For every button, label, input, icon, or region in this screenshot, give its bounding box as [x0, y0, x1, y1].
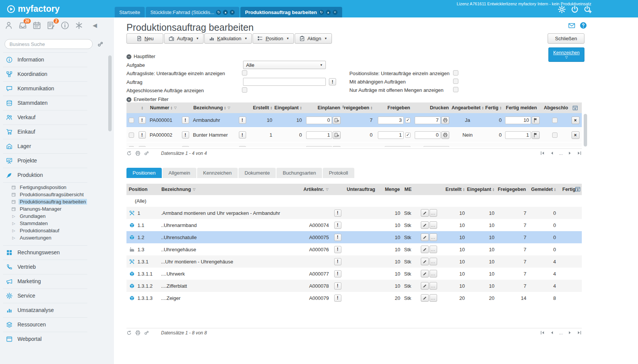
- more-options-button[interactable]: ...: [430, 270, 437, 277]
- positions-col-me[interactable]: ME: [402, 184, 417, 195]
- filter-checkbox-nur-aufträge-mit-offenen-mengen-anzeigen[interactable]: [453, 87, 458, 92]
- einplanen-button[interactable]: [333, 131, 341, 139]
- logout-power-icon[interactable]: [571, 5, 579, 13]
- sidebar-page-fertigungsdisposition[interactable]: Fertigungsdisposition: [0, 184, 109, 191]
- orders-col-config[interactable]: [568, 102, 582, 113]
- tab-refresh-icon[interactable]: ↻: [216, 10, 221, 15]
- sidebar-item-produktion[interactable]: Produktion: [0, 168, 109, 182]
- info-exclamation-button[interactable]: !: [334, 246, 341, 253]
- tab-buchungsarten[interactable]: Buchungsarten: [276, 168, 322, 178]
- info-exclamation-button[interactable]: !: [334, 210, 341, 217]
- sidebar-item-webportal[interactable]: Webportal: [0, 332, 109, 346]
- positions-col-unterauftrag[interactable]: Unterauftrag: [344, 184, 381, 195]
- info-exclamation-button[interactable]: !: [334, 270, 341, 277]
- edit-position-button[interactable]: [421, 209, 429, 217]
- edit-position-button[interactable]: [421, 258, 429, 265]
- edit-position-button[interactable]: [421, 233, 429, 241]
- sidebar-item-projekte[interactable]: Projekte: [0, 153, 109, 168]
- fertig-melden-button[interactable]: [532, 131, 540, 139]
- settings-gear-icon[interactable]: [558, 5, 566, 13]
- order-row-PA000001[interactable]: !PA000001!Armbanduhr!10107✓Ja0×: [126, 113, 582, 127]
- sidebar-item-service[interactable]: Service: [0, 288, 109, 303]
- orders-col-select[interactable]: [126, 102, 136, 113]
- tab-kennzeichen[interactable]: Kennzeichen: [197, 168, 238, 178]
- toolbar-button-kalkulation[interactable]: Kalkulation▼: [204, 33, 252, 44]
- drucken-input[interactable]: [415, 131, 441, 139]
- inbox-tool[interactable]: 20: [19, 21, 27, 30]
- toolbar-button-auftrag[interactable]: Auftrag▼: [164, 33, 204, 44]
- fertig-melden-button[interactable]: [532, 117, 540, 124]
- einplanen-button[interactable]: [333, 146, 341, 147]
- sidebar-item-vertrieb[interactable]: Vertrieb: [0, 260, 109, 274]
- search-input[interactable]: [5, 39, 93, 49]
- tasks-tool[interactable]: 2: [47, 21, 55, 30]
- sidebar-scrollbar[interactable]: [108, 55, 112, 131]
- pager-last-icon[interactable]: [577, 151, 582, 156]
- freigeben-checkbox[interactable]: ✓: [405, 118, 411, 123]
- position-row-1-2[interactable]: 1.2..UhrenschatulleA000075!10Stk...10107…: [126, 231, 582, 243]
- order-row-partial[interactable]: !!!: [126, 143, 582, 147]
- collapse-sidebar-icon[interactable]: ◀: [93, 22, 97, 29]
- info-exclamation-button[interactable]: !: [334, 234, 341, 241]
- positions-col-menge[interactable]: Menge: [381, 184, 402, 195]
- einplanen-input[interactable]: [306, 131, 332, 139]
- erweiterter-filter-toggle[interactable]: + Erweiterter Filter: [126, 97, 169, 102]
- filter-checkbox-positionsliste-unteraufträge-einzeln-anzeigen[interactable]: [453, 70, 458, 76]
- fertig-melden-input[interactable]: [505, 117, 531, 124]
- print-icon[interactable]: [135, 330, 141, 336]
- info-exclamation-button[interactable]: !: [239, 117, 246, 124]
- fertig-melden-input[interactable]: [505, 131, 531, 139]
- edit-position-button[interactable]: [421, 270, 429, 277]
- sidebar-item-ressourcen[interactable]: Ressourcen: [0, 317, 109, 332]
- mail-icon[interactable]: [568, 22, 575, 29]
- freigeben-checkbox[interactable]: ✓: [405, 132, 411, 138]
- tab-dokumente[interactable]: Dokumente: [238, 168, 276, 178]
- list-settings-icon[interactable]: [144, 330, 149, 336]
- orders-table-scrollbar[interactable]: [584, 114, 587, 147]
- sidebar-item-stammdaten[interactable]: Stammdaten: [0, 96, 109, 110]
- refresh-icon[interactable]: [126, 151, 132, 156]
- kennzeichen-button[interactable]: Kennzeichen ▽: [548, 47, 584, 62]
- position-row-1-1[interactable]: 1.1..UhrenarmbandA000074!10Stk...101070: [126, 219, 582, 231]
- orders-col-drucken[interactable]: Drucken: [412, 102, 451, 113]
- help-icon[interactable]: [580, 22, 587, 29]
- tab-refresh-icon[interactable]: ↻: [319, 10, 324, 15]
- more-options-button[interactable]: ...: [430, 294, 437, 302]
- more-options-button[interactable]: ...: [430, 246, 437, 253]
- abgeschlossen-checkbox[interactable]: [552, 132, 557, 138]
- positions-col-eingeplant[interactable]: Eingeplant▴▾: [467, 184, 496, 195]
- sidebar-page-produktionsauftrag-bearbeiten[interactable]: Produktionsauftrag bearbeiten: [0, 198, 109, 205]
- window-tab-stückliste-fahrrad-stücklis[interactable]: Stückliste:Fahrrad (Stücklis...↻▴×: [146, 7, 239, 17]
- auftrag-input[interactable]: [243, 78, 326, 86]
- sidebar-page-planungs-manager[interactable]: Planungs-Manager: [0, 205, 109, 213]
- tab-allgemein[interactable]: Allgemein: [163, 168, 196, 178]
- einplanen-button[interactable]: [333, 117, 341, 124]
- sidebar-folder-stammdaten[interactable]: ▷Stammdaten: [0, 220, 109, 227]
- orders-col-sort-all[interactable]: ▴▾: [136, 102, 148, 113]
- sidebar-item-kommunikation[interactable]: Kommunikation: [0, 81, 109, 96]
- orders-col-nummer[interactable]: Nummer▴▾▽: [148, 102, 191, 113]
- info-exclamation-button[interactable]: !: [182, 146, 189, 147]
- orders-col-bezeichnung[interactable]: Bezeichnung▴▾▽: [191, 102, 248, 113]
- positions-col-gemeldet[interactable]: Gemeldet▴▾: [528, 184, 558, 195]
- user-tool[interactable]: [5, 21, 13, 30]
- sidebar-item-einkauf[interactable]: Einkauf: [0, 124, 109, 139]
- positions-filter-row[interactable]: (Alle): [126, 195, 582, 207]
- info-tool[interactable]: [61, 21, 69, 30]
- row-select-checkbox[interactable]: [129, 132, 134, 138]
- sidebar-item-information[interactable]: Information: [0, 52, 109, 67]
- einplanen-input[interactable]: [306, 146, 332, 147]
- row-select-checkbox[interactable]: [129, 146, 134, 147]
- tab-minimize-icon[interactable]: ▴: [223, 10, 228, 15]
- more-options-button[interactable]: ...: [430, 209, 437, 217]
- favorites-tool[interactable]: [75, 21, 83, 30]
- hauptfilter-toggle[interactable]: − Hauptfilter: [126, 54, 155, 59]
- row-select-checkbox[interactable]: [129, 118, 134, 123]
- close-button[interactable]: Schließen: [548, 33, 584, 44]
- orders-col-eingeplant[interactable]: Eingeplant▴▾: [274, 102, 304, 113]
- filter-checkbox-mit-abhängigen-aufträgen[interactable]: [453, 79, 458, 84]
- toolbar-button-neu[interactable]: Neu: [126, 33, 163, 44]
- pager-first-icon[interactable]: [540, 330, 545, 335]
- sidebar-folder-grundlagen[interactable]: ▷Grundlagen: [0, 213, 109, 220]
- info-exclamation-button[interactable]: !: [239, 131, 246, 139]
